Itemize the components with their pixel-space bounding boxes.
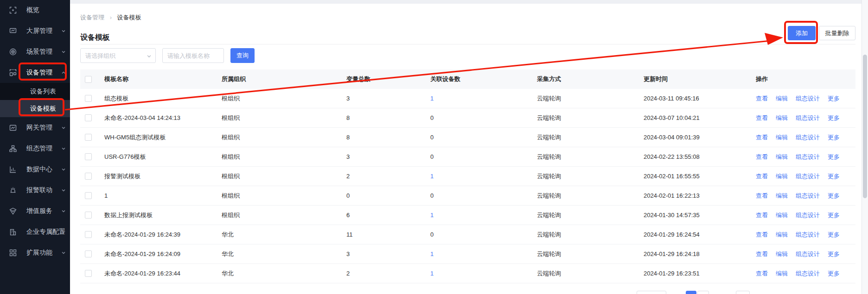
view-link[interactable]: 查看 [756, 94, 768, 103]
view-link[interactable]: 查看 [756, 172, 768, 181]
configuration-design-link[interactable]: 组态设计 [796, 114, 820, 122]
column-header-collection-method: 采集方式 [537, 75, 644, 83]
page-size-select[interactable] [637, 291, 666, 294]
cell-organization: 华北 [222, 250, 346, 258]
more-link[interactable]: 更多 [828, 231, 840, 239]
cell-variable-count: 3 [346, 153, 430, 160]
column-header-update-time: 更新时间 [644, 75, 756, 83]
scrollbar-thumb[interactable] [863, 55, 867, 198]
more-link[interactable]: 更多 [828, 211, 840, 219]
cell-template-name: 未命名-2024-01-29 16:23:44 [104, 269, 222, 278]
sidebar-item-gateway[interactable]: 网关管理 [0, 117, 70, 138]
sidebar-item-big-screen[interactable]: 大屏管理 [0, 20, 70, 41]
sidebar-item-extensions[interactable]: 扩展功能 [0, 242, 70, 263]
edit-link[interactable]: 编辑 [776, 211, 788, 219]
sidebar-item-scene[interactable]: 场景管理 [0, 41, 70, 62]
big-screen-icon [9, 27, 17, 35]
edit-link[interactable]: 编辑 [776, 172, 788, 181]
template-name-field[interactable] [162, 48, 224, 63]
sidebar-item-overview[interactable]: 概览 [0, 0, 70, 20]
configuration-design-link[interactable]: 组态设计 [796, 153, 820, 161]
edit-link[interactable]: 编辑 [776, 114, 788, 122]
organization-select-input[interactable] [81, 49, 155, 63]
cell-linked-devices[interactable]: 1 [430, 212, 537, 219]
configuration-design-link[interactable]: 组态设计 [796, 94, 820, 103]
more-link[interactable]: 更多 [828, 153, 840, 161]
page-jump-input[interactable] [736, 291, 750, 294]
edit-link[interactable]: 编辑 [776, 250, 788, 258]
cell-linked-devices[interactable]: 1 [430, 270, 537, 277]
view-link[interactable]: 查看 [756, 269, 768, 278]
sidebar-item-configuration[interactable]: 组态管理 [0, 138, 70, 159]
view-link[interactable]: 查看 [756, 231, 768, 239]
cell-linked-devices[interactable]: 1 [430, 250, 537, 257]
view-link[interactable]: 查看 [756, 133, 768, 142]
configuration-design-link[interactable]: 组态设计 [796, 133, 820, 142]
more-link[interactable]: 更多 [828, 94, 840, 103]
sidebar-item-label: 企业专属配置 [26, 228, 65, 236]
more-link[interactable]: 更多 [828, 133, 840, 142]
row-checkbox[interactable] [85, 212, 92, 219]
configuration-design-link[interactable]: 组态设计 [796, 231, 820, 239]
organization-select[interactable] [80, 48, 156, 63]
row-checkbox[interactable] [85, 270, 92, 277]
view-link[interactable]: 查看 [756, 114, 768, 122]
edit-link[interactable]: 编辑 [776, 94, 788, 103]
pagination [80, 291, 855, 294]
row-checkbox[interactable] [85, 173, 92, 180]
cell-linked-devices: 0 [430, 134, 537, 141]
sidebar-item-alarm[interactable]: 报警联动 [0, 180, 70, 200]
add-button[interactable]: 添加 [788, 26, 816, 40]
chevron-up-icon [61, 70, 66, 75]
view-link[interactable]: 查看 [756, 250, 768, 258]
select-all-checkbox[interactable] [85, 76, 92, 83]
scrollbar-track[interactable] [862, 0, 868, 294]
cell-variable-count: 8 [346, 134, 430, 141]
page-button-1[interactable] [686, 291, 696, 294]
configuration-design-link[interactable]: 组态设计 [796, 172, 820, 181]
sidebar-item-data-center[interactable]: 数据中心 [0, 159, 70, 180]
row-checkbox[interactable] [85, 95, 92, 102]
sidebar-item-device-template[interactable]: 设备模板 [0, 100, 70, 117]
batch-delete-button[interactable]: 批量删除 [819, 26, 855, 40]
row-checkbox[interactable] [85, 134, 92, 141]
search-button[interactable]: 查询 [230, 48, 255, 63]
more-link[interactable]: 更多 [828, 250, 840, 258]
configuration-design-link[interactable]: 组态设计 [796, 250, 820, 258]
edit-link[interactable]: 编辑 [776, 269, 788, 278]
template-name-input[interactable] [163, 49, 223, 63]
table-row: 未命名-2024-01-29 16:24:09 华北 3 1 云端轮询 2024… [80, 244, 855, 264]
more-link[interactable]: 更多 [828, 172, 840, 181]
more-link[interactable]: 更多 [828, 269, 840, 278]
edit-link[interactable]: 编辑 [776, 231, 788, 239]
page-button-2[interactable] [697, 291, 709, 294]
cell-linked-devices[interactable]: 1 [430, 173, 537, 180]
row-checkbox[interactable] [85, 114, 92, 121]
edit-link[interactable]: 编辑 [776, 192, 788, 200]
more-link[interactable]: 更多 [828, 192, 840, 200]
chevron-down-icon [61, 125, 66, 130]
row-checkbox[interactable] [85, 231, 92, 238]
configuration-design-link[interactable]: 组态设计 [796, 192, 820, 200]
edit-link[interactable]: 编辑 [776, 133, 788, 142]
sidebar-item-device-list[interactable]: 设备列表 [0, 83, 70, 100]
configuration-design-link[interactable]: 组态设计 [796, 211, 820, 219]
view-link[interactable]: 查看 [756, 211, 768, 219]
row-checkbox[interactable] [85, 153, 92, 160]
row-checkbox[interactable] [85, 192, 92, 199]
sidebar-item-enterprise-config[interactable]: 企业专属配置 [0, 221, 70, 242]
cell-linked-devices[interactable]: 1 [430, 95, 537, 102]
breadcrumb-device-management[interactable]: 设备管理 [80, 14, 104, 21]
more-link[interactable]: 更多 [828, 114, 840, 122]
cell-variable-count: 8 [346, 114, 430, 121]
configuration-design-link[interactable]: 组态设计 [796, 269, 820, 278]
sidebar-item-value-added[interactable]: 增值服务 [0, 200, 70, 221]
edit-link[interactable]: 编辑 [776, 153, 788, 161]
sidebar-item-device-management[interactable]: 设备管理 [0, 62, 70, 83]
view-link[interactable]: 查看 [756, 192, 768, 200]
cell-collection-method: 云端轮询 [537, 192, 644, 200]
row-checkbox[interactable] [85, 250, 92, 257]
view-link[interactable]: 查看 [756, 153, 768, 161]
cell-organization: 根组织 [222, 153, 346, 161]
value-added-icon [9, 207, 17, 215]
